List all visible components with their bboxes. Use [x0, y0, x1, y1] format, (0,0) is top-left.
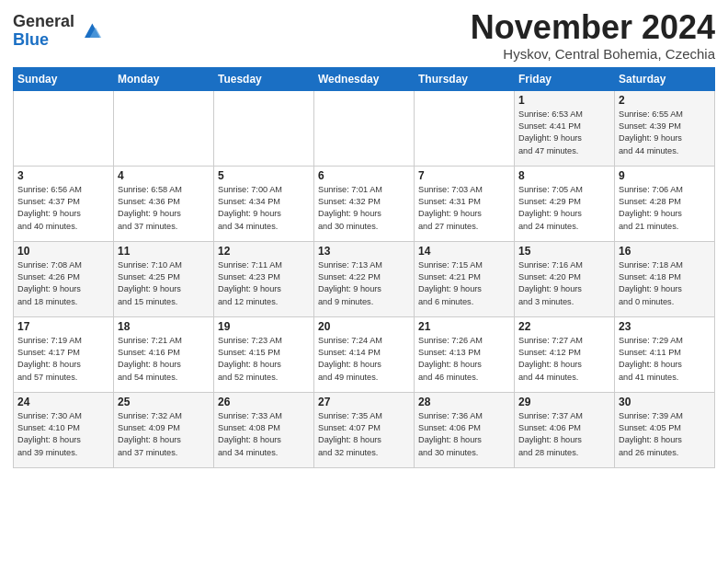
day-number: 21	[418, 320, 510, 333]
day-number: 18	[118, 320, 210, 333]
day-number: 5	[218, 169, 310, 182]
calendar-cell: 5Sunrise: 7:00 AM Sunset: 4:34 PM Daylig…	[214, 166, 314, 241]
day-info: Sunrise: 7:00 AM Sunset: 4:34 PM Dayligh…	[218, 184, 310, 233]
day-header-monday: Monday	[114, 67, 214, 90]
day-number: 12	[218, 245, 310, 258]
day-header-sunday: Sunday	[14, 67, 114, 90]
day-number: 13	[318, 245, 410, 258]
calendar-cell: 25Sunrise: 7:32 AM Sunset: 4:09 PM Dayli…	[114, 392, 214, 467]
day-info: Sunrise: 6:56 AM Sunset: 4:37 PM Dayligh…	[17, 184, 109, 233]
calendar-cell: 12Sunrise: 7:11 AM Sunset: 4:23 PM Dayli…	[214, 241, 314, 316]
calendar-cell: 14Sunrise: 7:15 AM Sunset: 4:21 PM Dayli…	[415, 241, 515, 316]
calendar-week-2: 3Sunrise: 6:56 AM Sunset: 4:37 PM Daylig…	[14, 166, 715, 241]
logo-text: General Blue	[13, 13, 74, 50]
title-area: November 2024 Hyskov, Central Bohemia, C…	[471, 9, 715, 62]
day-number: 7	[418, 169, 510, 182]
day-info: Sunrise: 7:29 AM Sunset: 4:11 PM Dayligh…	[619, 335, 711, 384]
day-info: Sunrise: 7:21 AM Sunset: 4:16 PM Dayligh…	[118, 335, 210, 384]
calendar-cell	[114, 90, 214, 166]
calendar-cell: 29Sunrise: 7:37 AM Sunset: 4:06 PM Dayli…	[515, 392, 615, 467]
day-number: 11	[118, 245, 210, 258]
day-info: Sunrise: 7:36 AM Sunset: 4:06 PM Dayligh…	[418, 410, 510, 459]
day-info: Sunrise: 7:39 AM Sunset: 4:05 PM Dayligh…	[619, 410, 711, 459]
day-info: Sunrise: 7:19 AM Sunset: 4:17 PM Dayligh…	[17, 335, 109, 384]
day-header-tuesday: Tuesday	[214, 67, 314, 90]
calendar-cell: 19Sunrise: 7:23 AM Sunset: 4:15 PM Dayli…	[214, 316, 314, 392]
day-number: 28	[418, 396, 510, 408]
calendar-cell: 30Sunrise: 7:39 AM Sunset: 4:05 PM Dayli…	[615, 392, 715, 467]
day-number: 16	[619, 245, 711, 258]
day-info: Sunrise: 7:05 AM Sunset: 4:29 PM Dayligh…	[518, 184, 610, 233]
day-info: Sunrise: 7:26 AM Sunset: 4:13 PM Dayligh…	[418, 335, 510, 384]
calendar-cell: 20Sunrise: 7:24 AM Sunset: 4:14 PM Dayli…	[314, 316, 415, 392]
day-info: Sunrise: 7:08 AM Sunset: 4:26 PM Dayligh…	[17, 259, 109, 308]
calendar-cell: 27Sunrise: 7:35 AM Sunset: 4:07 PM Dayli…	[314, 392, 415, 467]
day-info: Sunrise: 7:13 AM Sunset: 4:22 PM Dayligh…	[318, 259, 410, 308]
day-info: Sunrise: 6:53 AM Sunset: 4:41 PM Dayligh…	[518, 109, 610, 157]
day-info: Sunrise: 6:58 AM Sunset: 4:36 PM Dayligh…	[118, 184, 210, 233]
header-row: SundayMondayTuesdayWednesdayThursdayFrid…	[14, 67, 715, 90]
calendar-week-1: 1Sunrise: 6:53 AM Sunset: 4:41 PM Daylig…	[14, 90, 715, 166]
page: General Blue November 2024 Hyskov, Centr…	[0, 0, 728, 563]
calendar-cell	[415, 90, 515, 166]
calendar-cell: 13Sunrise: 7:13 AM Sunset: 4:22 PM Dayli…	[314, 241, 415, 316]
day-number: 24	[17, 396, 109, 408]
day-number: 6	[318, 169, 410, 182]
calendar-cell: 23Sunrise: 7:29 AM Sunset: 4:11 PM Dayli…	[615, 316, 715, 392]
calendar-cell: 22Sunrise: 7:27 AM Sunset: 4:12 PM Dayli…	[515, 316, 615, 392]
day-number: 10	[17, 245, 109, 258]
day-info: Sunrise: 7:27 AM Sunset: 4:12 PM Dayligh…	[518, 335, 610, 384]
day-number: 26	[218, 396, 310, 408]
day-number: 17	[17, 320, 109, 333]
month-title: November 2024	[471, 9, 715, 46]
calendar-week-3: 10Sunrise: 7:08 AM Sunset: 4:26 PM Dayli…	[14, 241, 715, 316]
calendar-body: 1Sunrise: 6:53 AM Sunset: 4:41 PM Daylig…	[14, 90, 715, 467]
calendar-week-4: 17Sunrise: 7:19 AM Sunset: 4:17 PM Dayli…	[14, 316, 715, 392]
day-number: 30	[619, 396, 711, 408]
day-header-friday: Friday	[515, 67, 615, 90]
calendar-cell: 28Sunrise: 7:36 AM Sunset: 4:06 PM Dayli…	[415, 392, 515, 467]
calendar-cell: 11Sunrise: 7:10 AM Sunset: 4:25 PM Dayli…	[114, 241, 214, 316]
day-number: 15	[518, 245, 610, 258]
logo-icon	[78, 18, 104, 44]
day-number: 25	[118, 396, 210, 408]
day-number: 8	[518, 169, 610, 182]
calendar-cell: 10Sunrise: 7:08 AM Sunset: 4:26 PM Dayli…	[14, 241, 114, 316]
day-info: Sunrise: 7:37 AM Sunset: 4:06 PM Dayligh…	[518, 410, 610, 459]
day-info: Sunrise: 7:35 AM Sunset: 4:07 PM Dayligh…	[318, 410, 410, 459]
day-info: Sunrise: 7:06 AM Sunset: 4:28 PM Dayligh…	[619, 184, 711, 233]
calendar-cell: 21Sunrise: 7:26 AM Sunset: 4:13 PM Dayli…	[415, 316, 515, 392]
calendar-cell: 2Sunrise: 6:55 AM Sunset: 4:39 PM Daylig…	[615, 90, 715, 166]
day-info: Sunrise: 7:32 AM Sunset: 4:09 PM Dayligh…	[118, 410, 210, 459]
day-info: Sunrise: 7:03 AM Sunset: 4:31 PM Dayligh…	[418, 184, 510, 233]
day-header-wednesday: Wednesday	[314, 67, 415, 90]
logo: General Blue	[13, 13, 104, 50]
day-number: 4	[118, 169, 210, 182]
calendar-cell: 26Sunrise: 7:33 AM Sunset: 4:08 PM Dayli…	[214, 392, 314, 467]
day-header-thursday: Thursday	[415, 67, 515, 90]
day-number: 3	[17, 169, 109, 182]
calendar-cell: 1Sunrise: 6:53 AM Sunset: 4:41 PM Daylig…	[515, 90, 615, 166]
day-info: Sunrise: 6:55 AM Sunset: 4:39 PM Dayligh…	[619, 109, 711, 157]
day-info: Sunrise: 7:30 AM Sunset: 4:10 PM Dayligh…	[17, 410, 109, 459]
calendar-cell: 3Sunrise: 6:56 AM Sunset: 4:37 PM Daylig…	[14, 166, 114, 241]
calendar-cell: 6Sunrise: 7:01 AM Sunset: 4:32 PM Daylig…	[314, 166, 415, 241]
day-info: Sunrise: 7:15 AM Sunset: 4:21 PM Dayligh…	[418, 259, 510, 308]
day-info: Sunrise: 7:24 AM Sunset: 4:14 PM Dayligh…	[318, 335, 410, 384]
calendar-cell: 8Sunrise: 7:05 AM Sunset: 4:29 PM Daylig…	[515, 166, 615, 241]
day-number: 23	[619, 320, 711, 333]
day-number: 29	[518, 396, 610, 408]
calendar-cell: 15Sunrise: 7:16 AM Sunset: 4:20 PM Dayli…	[515, 241, 615, 316]
calendar-cell: 7Sunrise: 7:03 AM Sunset: 4:31 PM Daylig…	[415, 166, 515, 241]
calendar-week-5: 24Sunrise: 7:30 AM Sunset: 4:10 PM Dayli…	[14, 392, 715, 467]
day-number: 2	[619, 94, 711, 107]
day-header-saturday: Saturday	[615, 67, 715, 90]
day-info: Sunrise: 7:10 AM Sunset: 4:25 PM Dayligh…	[118, 259, 210, 308]
header: General Blue November 2024 Hyskov, Centr…	[13, 9, 715, 62]
day-number: 22	[518, 320, 610, 333]
calendar-cell: 24Sunrise: 7:30 AM Sunset: 4:10 PM Dayli…	[14, 392, 114, 467]
calendar-cell: 9Sunrise: 7:06 AM Sunset: 4:28 PM Daylig…	[615, 166, 715, 241]
day-info: Sunrise: 7:33 AM Sunset: 4:08 PM Dayligh…	[218, 410, 310, 459]
calendar-cell: 18Sunrise: 7:21 AM Sunset: 4:16 PM Dayli…	[114, 316, 214, 392]
calendar-cell	[14, 90, 114, 166]
